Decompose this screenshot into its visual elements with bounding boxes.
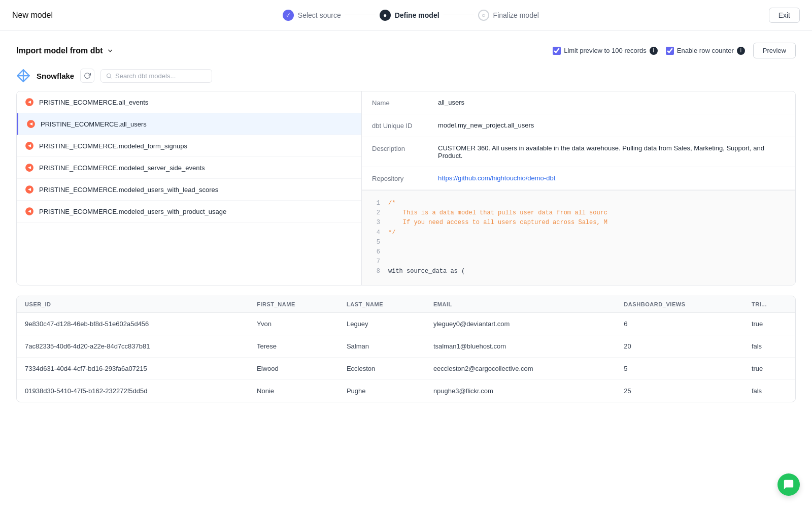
- step-finalize-model: ○ Finalize model: [478, 10, 539, 21]
- limit-preview-checkbox[interactable]: [553, 47, 561, 55]
- step-line-2: [444, 15, 474, 15]
- dbt-icon: [25, 163, 34, 172]
- line-num-2: 2: [372, 208, 380, 218]
- step-select-source: ✓ Select source: [283, 10, 341, 21]
- model-item-all-events[interactable]: PRISTINE_ECOMMERCE.all_events: [17, 91, 361, 113]
- model-item-server-side-events[interactable]: PRISTINE_ECOMMERCE.modeled_server_side_e…: [17, 157, 361, 179]
- line-content-8: with source_data as (: [388, 267, 465, 276]
- model-name-form-signups: PRISTINE_ECOMMERCE.modeled_form_signups: [39, 142, 187, 150]
- cell-user-id: 9e830c47-d128-46eb-bf8d-51e602a5d456: [17, 312, 249, 335]
- model-list: PRISTINE_ECOMMERCE.all_events PRISTINE_E…: [17, 91, 362, 285]
- snowflake-icon: [16, 69, 30, 83]
- step-3-icon: ○: [478, 10, 489, 21]
- import-model-dropdown[interactable]: Import model from dbt: [16, 46, 114, 55]
- col-last-name: LAST_NAME: [339, 296, 425, 313]
- model-item-all-users[interactable]: PRISTINE_ECOMMERCE.all_users: [17, 113, 361, 135]
- name-value: all_users: [438, 99, 464, 106]
- table-row: 9e830c47-d128-46eb-bf8d-51e602a5d456 Yvo…: [17, 312, 795, 335]
- detail-row-description: Description CUSTOMER 360. All users in a…: [362, 137, 795, 167]
- code-line-3: 3 If you need access to all users captur…: [372, 218, 785, 228]
- cell-first-name: Nonie: [249, 379, 339, 402]
- model-item-product-usage[interactable]: PRISTINE_ECOMMERCE.modeled_users_with_pr…: [17, 201, 361, 223]
- cell-last-name: Salman: [339, 335, 425, 357]
- col-dashboard-views: DASHBOARD_VIEWS: [616, 296, 743, 313]
- code-line-1: 1 /*: [372, 199, 785, 208]
- description-label: Description: [372, 144, 438, 152]
- model-name-all-events: PRISTINE_ECOMMERCE.all_events: [39, 99, 148, 106]
- page-title: New model: [12, 11, 53, 20]
- svg-line-3: [110, 77, 111, 78]
- model-item-lead-scores[interactable]: PRISTINE_ECOMMERCE.modeled_users_with_le…: [17, 179, 361, 201]
- line-num-3: 3: [372, 218, 380, 228]
- dbt-icon: [25, 207, 34, 216]
- table-row: 7ac82335-40d6-4d20-a22e-84d7cc837b81 Ter…: [17, 335, 795, 357]
- exit-button[interactable]: Exit: [769, 8, 800, 23]
- dbt-id-label: dbt Unique ID: [372, 121, 438, 130]
- detail-row-repository: Repository https://github.com/hightouchi…: [362, 167, 795, 190]
- dbt-icon: [25, 185, 34, 194]
- code-block: 1 /* 2 This is a data model that pulls u…: [362, 190, 795, 285]
- cell-email: tsalman1@bluehost.com: [425, 335, 616, 357]
- line-num-8: 8: [372, 267, 380, 276]
- cell-first-name: Yvon: [249, 312, 339, 335]
- line-content-2: This is a data model that pulls user dat…: [388, 208, 607, 218]
- step-3-label: Finalize model: [493, 11, 539, 19]
- row-counter-control[interactable]: Enable row counter i: [666, 47, 745, 55]
- row-counter-info-icon: i: [737, 47, 745, 55]
- col-email: EMAIL: [425, 296, 616, 313]
- line-num-1: 1: [372, 199, 380, 208]
- row-counter-checkbox[interactable]: [666, 47, 674, 55]
- limit-info-icon: i: [650, 47, 658, 55]
- detail-row-name: Name all_users: [362, 91, 795, 114]
- model-name-all-users: PRISTINE_ECOMMERCE.all_users: [41, 120, 147, 128]
- table-body: 9e830c47-d128-46eb-bf8d-51e602a5d456 Yvo…: [17, 312, 795, 402]
- line-num-5: 5: [372, 238, 380, 247]
- detail-row-dbt-id: dbt Unique ID model.my_new_project.all_u…: [362, 114, 795, 137]
- repository-link[interactable]: https://github.com/hightouchio/demo-dbt: [438, 174, 555, 182]
- search-icon: [106, 73, 112, 79]
- search-input[interactable]: [115, 72, 207, 80]
- line-num-4: 4: [372, 228, 380, 238]
- table-row: 01938d30-5410-47f5-b162-232272f5dd5d Non…: [17, 379, 795, 402]
- line-num-7: 7: [372, 257, 380, 267]
- refresh-button[interactable]: [80, 69, 94, 83]
- name-label: Name: [372, 99, 438, 107]
- dbt-id-value: model.my_new_project.all_users: [438, 121, 534, 129]
- col-first-name: FIRST_NAME: [249, 296, 339, 313]
- model-item-form-signups[interactable]: PRISTINE_ECOMMERCE.modeled_form_signups: [17, 135, 361, 157]
- step-2-label: Define model: [395, 11, 439, 19]
- search-box[interactable]: [100, 69, 212, 83]
- source-bar: Snowflake: [16, 69, 796, 83]
- cell-tri: fals: [743, 335, 795, 357]
- row-counter-label: Enable row counter: [677, 47, 734, 54]
- source-name: Snowflake: [37, 72, 74, 80]
- cell-tri: true: [743, 357, 795, 379]
- col-tri: TRI...: [743, 296, 795, 313]
- col-user-id: USER_ID: [17, 296, 249, 313]
- cell-last-name: Pughe: [339, 379, 425, 402]
- code-line-6: 6: [372, 247, 785, 257]
- dbt-icon: [26, 119, 36, 129]
- cell-dashboard-views: 5: [616, 357, 743, 379]
- cell-email: eeccleston2@cargocollective.com: [425, 357, 616, 379]
- code-line-5: 5: [372, 238, 785, 247]
- cell-first-name: Terese: [249, 335, 339, 357]
- cell-user-id: 01938d30-5410-47f5-b162-232272f5dd5d: [17, 379, 249, 402]
- table-header: USER_ID FIRST_NAME LAST_NAME EMAIL DASHB…: [17, 296, 795, 313]
- preview-button[interactable]: Preview: [753, 43, 796, 58]
- main-content: Import model from dbt Limit preview to 1…: [0, 30, 812, 415]
- repository-label: Repository: [372, 174, 438, 182]
- cell-tri: true: [743, 312, 795, 335]
- line-num-6: 6: [372, 247, 380, 257]
- data-table-wrapper: USER_ID FIRST_NAME LAST_NAME EMAIL DASHB…: [16, 296, 796, 402]
- code-line-7: 7: [372, 257, 785, 267]
- model-name-product-usage: PRISTINE_ECOMMERCE.modeled_users_with_pr…: [39, 208, 226, 215]
- cell-dashboard-views: 25: [616, 379, 743, 402]
- limit-preview-control[interactable]: Limit preview to 100 records i: [553, 47, 658, 55]
- code-line-2: 2 This is a data model that pulls user d…: [372, 208, 785, 218]
- cell-email: yleguey0@deviantart.com: [425, 312, 616, 335]
- line-content-3: If you need access to all users captured…: [388, 218, 607, 228]
- description-value: CUSTOMER 360. All users in available in …: [438, 144, 785, 160]
- chevron-down-icon: [106, 47, 114, 55]
- refresh-icon: [84, 72, 91, 79]
